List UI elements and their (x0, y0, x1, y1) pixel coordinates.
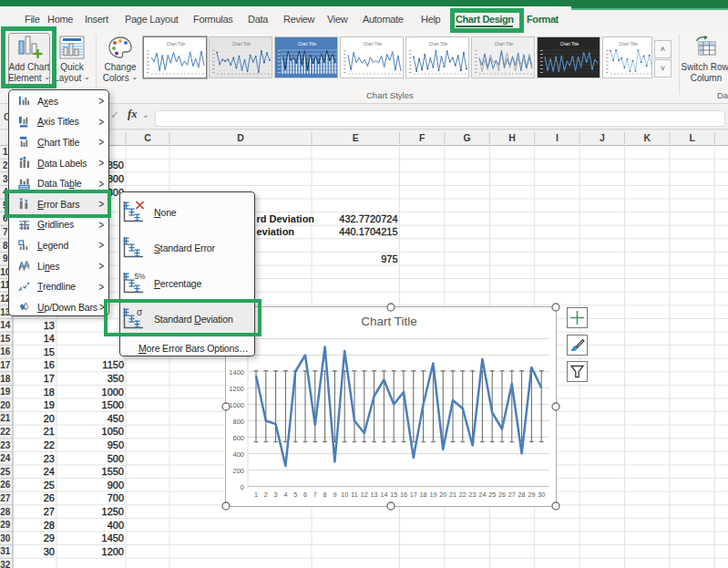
svg-text:1000: 1000 (102, 387, 124, 398)
svg-text:20: 20 (44, 413, 55, 424)
svg-text:700: 700 (108, 492, 124, 503)
svg-text:D: D (237, 132, 244, 143)
svg-text:Chart Title: Chart Title (361, 315, 417, 328)
svg-text:29: 29 (44, 532, 55, 543)
svg-text:16: 16 (44, 359, 55, 370)
svg-text:12: 12 (361, 491, 368, 499)
svg-text:800: 800 (232, 418, 244, 426)
svg-text:26: 26 (44, 492, 55, 503)
svg-text:29: 29 (0, 520, 11, 530)
svg-text:1550: 1550 (102, 466, 124, 477)
svg-text:30: 30 (538, 491, 545, 499)
svg-text:27: 27 (0, 493, 11, 503)
svg-text:21: 21 (44, 426, 55, 437)
svg-text:15: 15 (44, 346, 55, 357)
svg-text:1400: 1400 (229, 368, 244, 377)
svg-text:950: 950 (108, 439, 124, 450)
svg-text:30: 30 (44, 546, 55, 557)
svg-text:22: 22 (44, 439, 55, 450)
svg-text:24: 24 (0, 453, 11, 463)
svg-text:19: 19 (429, 491, 436, 499)
svg-text:18: 18 (420, 491, 427, 499)
svg-text:0: 0 (241, 483, 244, 491)
svg-text:500: 500 (108, 453, 124, 464)
svg-text:7: 7 (313, 491, 317, 499)
svg-text:20: 20 (0, 400, 11, 410)
svg-text:800: 800 (108, 173, 124, 184)
svg-text:18: 18 (44, 387, 55, 398)
svg-text:200: 200 (232, 467, 244, 475)
svg-text:21: 21 (449, 491, 456, 499)
svg-text:2: 2 (264, 491, 268, 499)
svg-text:14: 14 (44, 333, 55, 344)
svg-text:13: 13 (371, 491, 378, 499)
svg-text:28: 28 (518, 491, 526, 499)
svg-text:17: 17 (0, 360, 11, 370)
svg-text:600: 600 (232, 434, 244, 442)
svg-text:28: 28 (0, 507, 11, 517)
svg-text:29: 29 (528, 491, 535, 499)
svg-text:15: 15 (0, 334, 11, 344)
svg-text:23: 23 (0, 440, 11, 450)
svg-text:400: 400 (108, 520, 124, 531)
svg-text:1450: 1450 (102, 532, 124, 543)
svg-text:450: 450 (108, 413, 124, 424)
svg-text:21: 21 (0, 413, 11, 423)
svg-text:1200: 1200 (102, 546, 124, 557)
svg-text:8: 8 (323, 491, 327, 499)
svg-text:16: 16 (400, 491, 407, 499)
svg-text:15: 15 (390, 491, 397, 499)
svg-text:26: 26 (498, 491, 506, 499)
svg-text:L: L (689, 132, 695, 143)
svg-text:K: K (643, 132, 651, 143)
svg-text:18: 18 (0, 374, 11, 384)
svg-text:14: 14 (380, 491, 387, 499)
svg-text:22: 22 (0, 427, 11, 437)
svg-text:1500: 1500 (102, 399, 124, 410)
svg-text:10: 10 (341, 491, 348, 499)
svg-text:17: 17 (410, 491, 417, 499)
svg-text:27: 27 (44, 506, 55, 517)
svg-text:eviation: eviation (257, 226, 295, 237)
svg-text:20: 20 (439, 491, 446, 499)
svg-text:1050: 1050 (102, 426, 124, 437)
svg-text:24: 24 (44, 466, 55, 477)
svg-text:350: 350 (108, 373, 124, 384)
svg-text:25: 25 (44, 480, 55, 491)
svg-text:27: 27 (508, 491, 516, 499)
svg-text:400: 400 (232, 450, 244, 459)
svg-text:4: 4 (283, 491, 287, 499)
svg-text:975: 975 (381, 253, 397, 264)
svg-text:E: E (353, 132, 359, 143)
svg-text:25: 25 (0, 467, 11, 477)
svg-text:14: 14 (0, 320, 11, 330)
svg-text:30: 30 (0, 533, 11, 543)
svg-text:16: 16 (0, 346, 11, 356)
svg-text:I: I (556, 132, 559, 143)
svg-text:23: 23 (44, 453, 55, 464)
svg-text:F: F (419, 132, 426, 143)
svg-text:rd Deviation: rd Deviation (257, 213, 315, 224)
svg-text:1250: 1250 (102, 506, 124, 517)
svg-text:9: 9 (333, 491, 336, 499)
svg-text:C: C (144, 132, 151, 143)
svg-text:31: 31 (0, 546, 11, 556)
svg-text:1000: 1000 (229, 401, 244, 409)
svg-text:1: 1 (254, 491, 258, 499)
svg-text:H: H (508, 132, 516, 143)
svg-text:25: 25 (488, 491, 496, 499)
svg-text:32: 32 (0, 560, 11, 568)
svg-text:J: J (600, 132, 605, 143)
svg-text:17: 17 (44, 373, 55, 384)
svg-text:11: 11 (351, 491, 357, 499)
svg-text:6: 6 (303, 491, 307, 499)
svg-text:1150: 1150 (102, 359, 124, 370)
svg-text:23: 23 (469, 491, 477, 499)
svg-text:5%: 5% (135, 272, 147, 281)
svg-text:1200: 1200 (229, 385, 244, 393)
svg-text:3: 3 (274, 491, 278, 499)
svg-text:432.7720724: 432.7720724 (339, 213, 397, 224)
svg-text:22: 22 (459, 491, 467, 499)
svg-text:19: 19 (44, 399, 55, 410)
svg-text:G: G (464, 132, 471, 143)
